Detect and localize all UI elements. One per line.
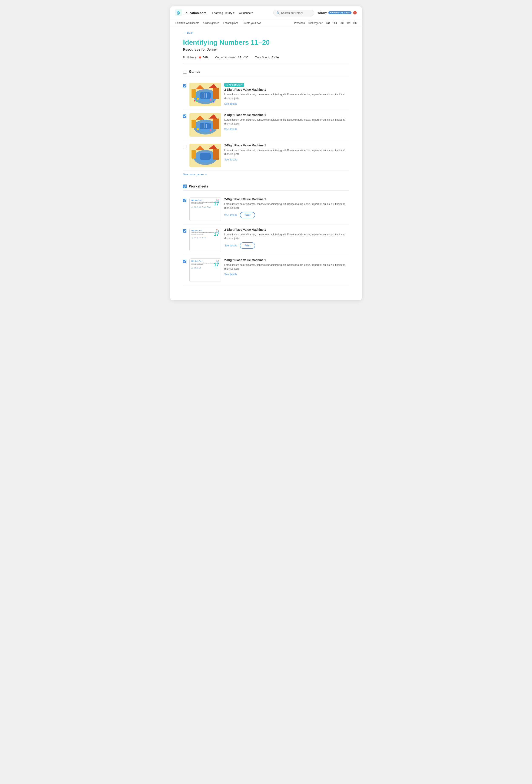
- ws-3-thumbnail: Silly Sock Pairs Socks come in pairs, bu…: [189, 258, 221, 282]
- sub-nav: Printable worksheets Online games Lesson…: [170, 19, 362, 27]
- premium-badge: ♥ PREMIUM TEACHER: [328, 11, 352, 14]
- sock-icon: 🧦: [199, 236, 201, 239]
- game-1-title: 2-Digit Place Value Machine 1: [224, 88, 349, 91]
- search-input[interactable]: [281, 11, 311, 15]
- sock-icon: 🧦: [194, 236, 196, 239]
- game-1-see-details[interactable]: See details: [224, 102, 237, 105]
- subnav-2nd[interactable]: 2nd: [333, 22, 337, 25]
- subnav-preschool[interactable]: Preschool: [294, 22, 305, 25]
- svg-rect-33: [192, 150, 196, 159]
- logo[interactable]: Education.com: [175, 9, 206, 16]
- worksheets-section-checkbox[interactable]: [183, 185, 187, 188]
- sock-icon: 🧦: [201, 206, 204, 208]
- ws-2-title-text: Silly Sock Pairs: [191, 230, 202, 231]
- search-icon: 🔍: [276, 11, 280, 15]
- game-3-desc: Lorem ipsum dolor sit amet, consectetur …: [224, 148, 349, 156]
- subnav-online-games[interactable]: Online games: [203, 22, 219, 25]
- subnav-kindergarten[interactable]: Kindergarten: [308, 22, 323, 25]
- header: Education.com Learning Library ▾ Guidanc…: [170, 6, 362, 19]
- game-3-see-details[interactable]: See details: [224, 158, 237, 161]
- section-worksheets: Worksheets Silly Sock Pairs Socks come i…: [183, 185, 349, 285]
- svg-point-14: [194, 100, 195, 102]
- game-2-title: 2-Digit Place Value Machine 1: [224, 113, 349, 117]
- game-1-checkbox[interactable]: [183, 84, 187, 87]
- game-item-2: 2-Digit Place Value Machine 1 Lorem ipsu…: [183, 110, 349, 140]
- stat-correct: Correct Answers: 15 of 30: [215, 56, 248, 59]
- chevron-icon: ▾: [252, 11, 253, 15]
- svg-rect-10: [200, 92, 211, 99]
- svg-point-9: [210, 99, 212, 101]
- subnav-1st[interactable]: 1st: [326, 22, 330, 25]
- svg-point-16: [213, 101, 215, 103]
- svg-rect-20: [192, 120, 196, 128]
- ws-1-info: 2-Digit Place Value Machine 1 Lorem ipsu…: [224, 197, 349, 218]
- resources-subtitle: Resources for Jenny: [183, 48, 349, 52]
- sub-nav-left: Printable worksheets Online games Lesson…: [175, 22, 294, 25]
- subnav-create-own[interactable]: Create your own: [243, 22, 261, 25]
- game-3-title: 2-Digit Place Value Machine 1: [224, 144, 349, 147]
- ws-1-socks-grid: 🧦 🧦 🧦 🧦 🧦 🧦 🧦 🧦: [191, 206, 211, 208]
- sock-icon: 🧦: [201, 236, 204, 239]
- game-3-info: 2-Digit Place Value Machine 1 Lorem ipsu…: [224, 144, 349, 161]
- stat-time: Time Spent: 6 min: [255, 56, 279, 59]
- main-nav: Learning Library ▾ Guidance ▾: [213, 11, 270, 15]
- sock-icon: 🧦: [199, 267, 201, 269]
- sock-icon: 🧦: [209, 206, 211, 208]
- ws-2-actions: See details Print: [224, 243, 349, 249]
- ws-1-actions: See details Print: [224, 212, 349, 218]
- subnav-3rd[interactable]: 3rd: [340, 22, 343, 25]
- ws-2-info: 2-Digit Place Value Machine 1 Lorem ipsu…: [224, 228, 349, 249]
- nav-learning-library[interactable]: Learning Library ▾: [213, 11, 235, 15]
- ws-3-see-details[interactable]: See details: [224, 273, 237, 276]
- logo-icon: [175, 9, 182, 16]
- back-link[interactable]: ← Back: [183, 31, 349, 34]
- nav-guidance[interactable]: Guidance ▾: [239, 11, 253, 15]
- ws-2-see-details[interactable]: See details: [224, 244, 237, 247]
- heart-icon: ♥: [330, 12, 331, 14]
- sock-icon: 🧦: [196, 206, 199, 208]
- svg-point-8: [197, 98, 199, 100]
- game-1-desc: Lorem ipsum dolor sit amet, consectetur …: [224, 92, 349, 100]
- see-more-games[interactable]: See more games: [183, 171, 349, 178]
- ws-1-sock-icon: 🧦: [215, 199, 219, 203]
- ws-1-thumb-inner: Silly Sock Pairs Socks come in pairs, bu…: [190, 198, 221, 221]
- ws-1-print-button[interactable]: Print: [240, 212, 255, 218]
- stats-row: Proficiency: 50% Correct Answers: 15 of …: [183, 56, 349, 63]
- worksheet-item-2: Silly Sock Pairs Socks come in pairs, bu…: [183, 225, 349, 255]
- sock-icon: 🧦: [191, 267, 193, 269]
- games-section-checkbox[interactable]: [183, 70, 187, 74]
- subnav-lesson-plans[interactable]: Lesson plans: [223, 22, 238, 25]
- ws-2-print-button[interactable]: Print: [240, 243, 255, 249]
- subnav-5th[interactable]: 5th: [353, 22, 357, 25]
- ws-2-desc: Lorem ipsum dolor sit amet, consectetur …: [224, 233, 349, 240]
- ws-2-checkbox[interactable]: [183, 229, 187, 233]
- game-item-3: 2-Digit Place Value Machine 1 Lorem ipsu…: [183, 140, 349, 171]
- svg-point-25: [210, 130, 212, 131]
- game-1-actions: See details: [224, 102, 349, 105]
- search-bar[interactable]: 🔍: [273, 10, 314, 16]
- ws-3-sock-icon: 🧦: [215, 259, 219, 263]
- ws-3-socks-grid: 🧦 🧦 🧦 🧦: [191, 267, 201, 269]
- game-2-checkbox[interactable]: [183, 114, 187, 118]
- game-2-actions: See details: [224, 128, 349, 131]
- game-2-info: 2-Digit Place Value Machine 1 Lorem ipsu…: [224, 113, 349, 131]
- subnav-4th[interactable]: 4th: [347, 22, 350, 25]
- ws-1-see-details[interactable]: See details: [224, 214, 237, 217]
- ws-1-title-text: Silly Sock Pairs: [191, 199, 202, 201]
- svg-point-24: [197, 128, 199, 130]
- svg-point-15: [196, 101, 197, 102]
- ws-2-thumb-inner: Silly Sock Pairs Socks come in pairs, bu…: [190, 228, 221, 251]
- game-2-see-details[interactable]: See details: [224, 128, 237, 131]
- notification-badge[interactable]: 2: [353, 11, 357, 15]
- game-3-checkbox[interactable]: [183, 145, 187, 148]
- back-arrow-icon: ←: [183, 31, 186, 34]
- ws-3-info: 2-Digit Place Value Machine 1 Lorem ipsu…: [224, 258, 349, 276]
- svg-rect-5: [213, 88, 219, 99]
- ws-1-checkbox[interactable]: [183, 199, 187, 202]
- ws-3-checkbox[interactable]: [183, 260, 187, 263]
- sock-icon: 🧦: [196, 267, 199, 269]
- proficiency-dot: [199, 56, 201, 58]
- subnav-printable[interactable]: Printable worksheets: [175, 22, 199, 25]
- game-1-info: IN ASSIGNMENT 2-Digit Place Value Machin…: [224, 83, 349, 105]
- ws-2-thumbnail: Silly Sock Pairs Socks come in pairs, bu…: [189, 228, 221, 251]
